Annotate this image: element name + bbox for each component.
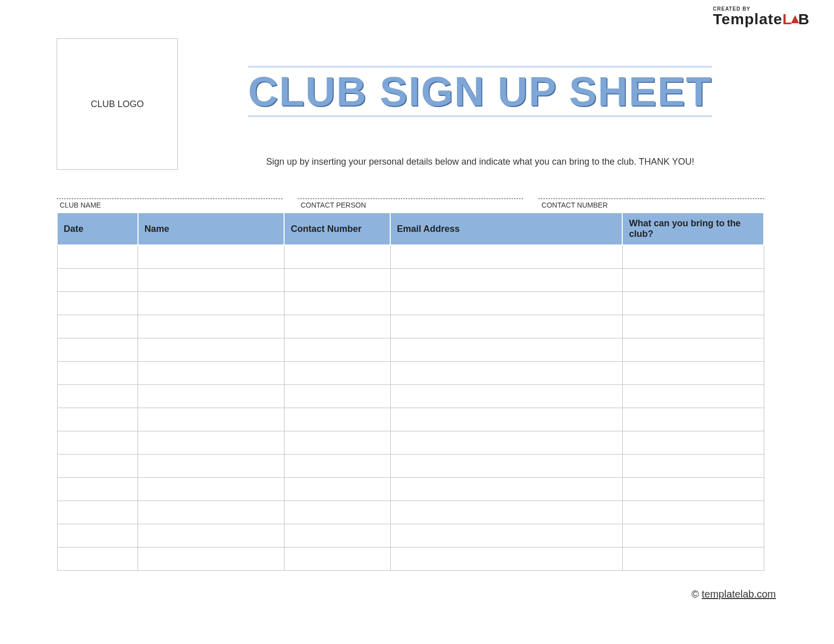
contact-number-line[interactable] [538, 191, 764, 199]
cell-name[interactable] [138, 245, 285, 268]
cell-email[interactable] [390, 268, 622, 291]
cell-contact[interactable] [284, 547, 390, 570]
cell-contact[interactable] [284, 431, 390, 454]
cell-name[interactable] [138, 431, 285, 454]
contact-number-label: CONTACT NUMBER [538, 201, 764, 209]
footer-link[interactable]: templatelab.com [702, 588, 776, 600]
cell-bring[interactable] [622, 454, 764, 477]
cell-date[interactable] [57, 408, 138, 431]
cell-email[interactable] [390, 245, 622, 268]
cell-name[interactable] [138, 291, 285, 315]
cell-contact[interactable] [284, 477, 390, 501]
contact-number-field: CONTACT NUMBER [538, 191, 764, 209]
cell-contact[interactable] [284, 454, 390, 477]
cell-name[interactable] [138, 384, 285, 408]
cell-name[interactable] [138, 268, 285, 291]
cell-name[interactable] [138, 547, 285, 570]
cell-name[interactable] [138, 408, 285, 431]
cell-name[interactable] [138, 477, 285, 501]
cell-name[interactable] [138, 454, 285, 477]
cell-date[interactable] [57, 245, 138, 268]
cell-date[interactable] [57, 384, 138, 408]
table-row [57, 454, 764, 477]
cell-email[interactable] [390, 501, 622, 524]
cell-bring[interactable] [622, 408, 764, 431]
table-row [57, 361, 764, 384]
cell-name[interactable] [138, 361, 285, 384]
cell-contact[interactable] [284, 361, 390, 384]
cell-date[interactable] [57, 338, 138, 361]
cell-date[interactable] [57, 291, 138, 315]
cell-name[interactable] [138, 524, 285, 547]
flask-icon [791, 15, 799, 23]
cell-email[interactable] [390, 291, 622, 315]
brand-logo: CREATED BY TemplateLB [713, 6, 810, 27]
contact-person-label: CONTACT PERSON [298, 201, 524, 209]
cell-bring[interactable] [622, 245, 764, 268]
cell-date[interactable] [57, 477, 138, 501]
cell-email[interactable] [390, 315, 622, 338]
cell-bring[interactable] [622, 291, 764, 315]
cell-contact[interactable] [284, 268, 390, 291]
cell-email[interactable] [390, 338, 622, 361]
cell-email[interactable] [390, 384, 622, 408]
cell-email[interactable] [390, 408, 622, 431]
cell-bring[interactable] [622, 338, 764, 361]
table-row [57, 338, 764, 361]
cell-bring[interactable] [622, 315, 764, 338]
cell-email[interactable] [390, 547, 622, 570]
cell-email[interactable] [390, 361, 622, 384]
cell-contact[interactable] [284, 408, 390, 431]
cell-email[interactable] [390, 454, 622, 477]
cell-bring[interactable] [622, 501, 764, 524]
cell-date[interactable] [57, 501, 138, 524]
cell-contact[interactable] [284, 338, 390, 361]
cell-bring[interactable] [622, 268, 764, 291]
cell-contact[interactable] [284, 501, 390, 524]
cell-date[interactable] [57, 547, 138, 570]
cell-email[interactable] [390, 477, 622, 501]
cell-contact[interactable] [284, 245, 390, 268]
table-row [57, 384, 764, 408]
table-row [57, 291, 764, 315]
cell-name[interactable] [138, 338, 285, 361]
cell-email[interactable] [390, 524, 622, 547]
cell-bring[interactable] [622, 431, 764, 454]
cell-date[interactable] [57, 315, 138, 338]
cell-date[interactable] [57, 454, 138, 477]
cell-bring[interactable] [622, 547, 764, 570]
cell-bring[interactable] [622, 384, 764, 408]
cell-bring[interactable] [622, 524, 764, 547]
header-email: Email Address [390, 213, 622, 245]
club-name-label: CLUB NAME [57, 201, 283, 209]
cell-contact[interactable] [284, 291, 390, 315]
subtitle: Sign up by inserting your personal detai… [222, 157, 738, 167]
header-name: Name [138, 213, 285, 245]
cell-date[interactable] [57, 524, 138, 547]
header-date: Date [57, 213, 138, 245]
club-name-line[interactable] [57, 191, 283, 199]
table-row [57, 315, 764, 338]
cell-bring[interactable] [622, 361, 764, 384]
table-row [57, 268, 764, 291]
cell-contact[interactable] [284, 384, 390, 408]
cell-name[interactable] [138, 501, 285, 524]
cell-email[interactable] [390, 431, 622, 454]
cell-date[interactable] [57, 431, 138, 454]
footer: © templatelab.com [691, 588, 776, 600]
title-area: CLUB SIGN UP SHEET [222, 66, 738, 117]
table-row [57, 524, 764, 547]
club-logo-label: CLUB LOGO [90, 99, 144, 110]
cell-date[interactable] [57, 268, 138, 291]
cell-contact[interactable] [284, 315, 390, 338]
cell-name[interactable] [138, 315, 285, 338]
cell-date[interactable] [57, 361, 138, 384]
brand-name: TemplateLB [713, 12, 810, 27]
cell-contact[interactable] [284, 524, 390, 547]
signup-table: Date Name Contact Number Email Address W… [57, 212, 764, 571]
table-row [57, 547, 764, 570]
contact-person-line[interactable] [298, 191, 524, 199]
club-logo-placeholder: CLUB LOGO [57, 38, 178, 170]
cell-bring[interactable] [622, 477, 764, 501]
page-title: CLUB SIGN UP SHEET [248, 66, 712, 117]
